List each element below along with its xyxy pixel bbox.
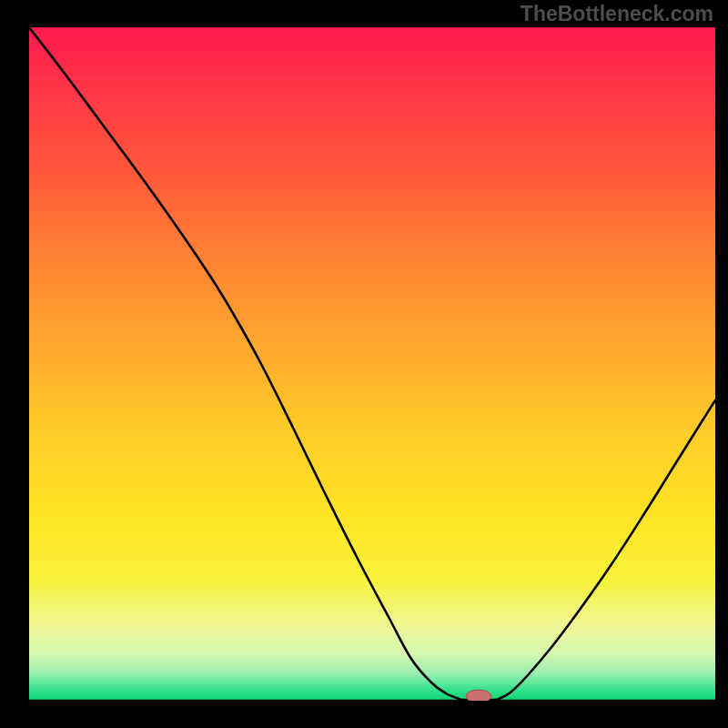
gradient-background [29,27,715,701]
optimal-point-marker [466,690,491,701]
plot-svg [29,27,715,701]
chart-container: TheBottleneck.com [0,0,728,728]
watermark-text: TheBottleneck.com [521,2,713,26]
plot-area [29,27,715,701]
